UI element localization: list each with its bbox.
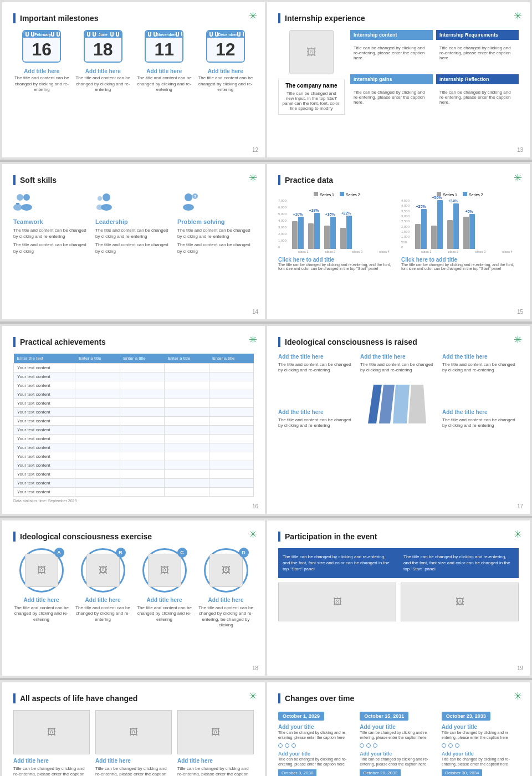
timeline-col-1: October 1, 2029 Add your title Title can… xyxy=(278,710,355,776)
aspect-item-2[interactable]: 🖼 Add title here Title can be changed by… xyxy=(95,710,172,776)
company-info[interactable]: The company name Title can be changed an… xyxy=(278,79,345,115)
timeline-col-2: October 15, 2031 Add your title Title ca… xyxy=(360,710,437,776)
exercise-image-d: 🖼 xyxy=(209,554,243,587)
svg-point-3 xyxy=(21,204,32,211)
chart-legend-1: Series 1 Series 2 xyxy=(278,192,396,197)
skill-problem-solving[interactable]: ? Problem solving The title and content … xyxy=(177,192,254,254)
bar-group-8: +5% xyxy=(463,210,475,249)
practice-data-slide: Practice data ✳ Series 1 Series 2 7,000 … xyxy=(267,164,530,319)
ideo-item-3[interactable]: Add the title here The title and content… xyxy=(442,354,519,374)
exercise-image-c: 🖼 xyxy=(148,554,181,587)
ideo-item-2[interactable]: Add the title here The title and content… xyxy=(360,354,437,374)
snowflake-icon: ✳ xyxy=(514,690,522,702)
snowflake-icon: ✳ xyxy=(514,334,522,346)
ideo-exercise-title: Ideological consciousness exercise xyxy=(13,532,254,542)
internship-section-gains[interactable]: Internship gains Title can be changed by… xyxy=(350,74,433,115)
aspect-item-1[interactable]: 🖼 Add title here Title can be changed by… xyxy=(13,710,90,776)
snowflake-icon: ✳ xyxy=(514,528,522,540)
table-row: Your text content xyxy=(14,372,254,381)
soft-skills-slide: Soft skills ✳ Teamwork The title and con… xyxy=(2,164,265,319)
col-header-3[interactable]: Enter a title xyxy=(120,354,164,364)
bar-group-6: +50% xyxy=(431,196,443,249)
svg-text:?: ? xyxy=(194,195,196,198)
svg-point-10 xyxy=(183,204,194,211)
chart-click-title-1[interactable]: Click here to add title xyxy=(278,257,396,263)
internship-sections: Internship content Title can be changed … xyxy=(350,30,519,115)
charts-container: Series 1 Series 2 7,000 6,000 5,000 4,00… xyxy=(278,192,519,270)
circle-a: A 🖼 xyxy=(19,548,64,593)
ideo-arrow-chart xyxy=(360,379,437,429)
exercise-image-a: 🖼 xyxy=(25,554,58,587)
svg-point-2 xyxy=(13,204,22,211)
timeline-subdate-2[interactable]: October 20, 2032 xyxy=(360,769,401,776)
chart-legend-2: Series 1 Series 2 xyxy=(401,192,519,197)
milestone-item[interactable]: November 11 Add title here The title and… xyxy=(136,30,193,93)
timeline-dots-3 xyxy=(442,743,519,748)
timeline-dots-2 xyxy=(360,743,437,748)
svg-marker-14 xyxy=(379,385,395,423)
internship-section-content[interactable]: Internship content Title can be changed … xyxy=(350,30,433,71)
skill-leadership[interactable]: Leadership The title and content can be … xyxy=(95,192,172,254)
timeline-subdate-1[interactable]: October 8, 2030 xyxy=(278,769,316,776)
svg-point-5 xyxy=(103,193,110,201)
participation-images: 🖼 🖼 xyxy=(278,583,519,621)
bar-group-5: +25% xyxy=(415,205,427,249)
table-row: Your text content xyxy=(14,461,254,470)
timeline-date-1[interactable]: October 1, 2029 xyxy=(278,712,324,721)
exercise-item-d: D 🖼 Add title here The title and content… xyxy=(198,548,254,629)
milestones-slide: Important milestones ✳ February 16 Add t… xyxy=(2,2,265,157)
col-header-2[interactable]: Enter a title xyxy=(75,354,120,364)
milestone-item[interactable]: February 16 Add title here The title and… xyxy=(13,30,70,93)
ideo-item-1[interactable]: Add the title here The title and content… xyxy=(278,354,355,374)
ideo-item-5[interactable]: Add the title here The title and content… xyxy=(442,409,519,429)
bar-group-2: +18% xyxy=(308,208,320,249)
table-row: Your text content xyxy=(14,399,254,408)
timeline-date-3[interactable]: October 23, 2033 xyxy=(442,712,490,721)
svg-point-7 xyxy=(98,196,102,201)
chart-click-title-2[interactable]: Click here to add title xyxy=(401,257,519,263)
chart-1: Series 1 Series 2 7,000 6,000 5,000 4,00… xyxy=(278,192,396,270)
timeline-date-2[interactable]: October 15, 2031 xyxy=(360,712,408,721)
table-row: Your text content xyxy=(14,443,254,452)
soft-skills-title: Soft skills xyxy=(13,175,254,185)
exercise-item-c: C 🖼 Add title here The title and content… xyxy=(136,548,192,629)
achievements-table: Enter the text Enter a title Enter a tit… xyxy=(13,354,254,497)
skill-teamwork[interactable]: Teamwork The title and content can be ch… xyxy=(13,192,90,254)
timeline-subdate-3[interactable]: October 30, 2034 xyxy=(442,769,483,776)
milestone-item[interactable]: June 18 Add title here The title and con… xyxy=(75,30,132,93)
table-row: Your text content xyxy=(14,364,254,372)
exercise-image-b: 🖼 xyxy=(86,554,120,587)
achievements-table-container: Enter the text Enter a title Enter a tit… xyxy=(13,354,254,503)
company-image: 🖼 xyxy=(289,30,334,74)
milestone-item[interactable]: December 12 Add title here The title and… xyxy=(197,30,254,93)
svg-marker-15 xyxy=(393,385,410,423)
skills-grid: Teamwork The title and content can be ch… xyxy=(13,192,254,254)
milestones-title: Important milestones xyxy=(13,13,254,23)
internship-section-requirements[interactable]: Internship Requirements Title can be cha… xyxy=(436,30,519,71)
col-header-4[interactable]: Enter a title xyxy=(165,354,209,364)
circle-b: B 🖼 xyxy=(81,548,125,593)
col-header-main[interactable]: Enter the text xyxy=(14,354,75,364)
participation-slide: Participation in the event ✳ The title c… xyxy=(267,520,530,676)
participation-image-2: 🖼 xyxy=(401,583,519,621)
svg-marker-16 xyxy=(408,385,426,423)
chart-2: Series 1 Series 2 4,500 4,000 3,500 3,00… xyxy=(401,192,519,270)
circle-d: D 🖼 xyxy=(204,548,248,593)
aspect-item-3[interactable]: 🖼 Add title here Title can be changed by… xyxy=(177,710,254,776)
table-row: Your text content xyxy=(14,417,254,426)
internship-section-reflection[interactable]: Internship Reflection Title can be chang… xyxy=(436,74,519,115)
participation-text-2[interactable]: The title can be changed by clicking and… xyxy=(399,548,519,578)
table-row: Your text content xyxy=(14,435,254,443)
aspects-grid: 🖼 Add title here Title can be changed by… xyxy=(13,710,254,776)
timeline-col-3: October 23, 2033 Add your title Title ca… xyxy=(442,710,519,776)
table-row: Your text content xyxy=(14,390,254,399)
ideo-item-4[interactable]: Add the title here The title and content… xyxy=(278,409,355,429)
internship-title: Internship experience xyxy=(278,13,519,23)
aspect-image-2: 🖼 xyxy=(95,710,172,754)
col-header-5[interactable]: Enter a title xyxy=(209,354,253,364)
table-row: Your text content xyxy=(14,426,254,435)
table-row: Your text content xyxy=(14,381,254,390)
participation-text-1[interactable]: The title can be changed by clicking and… xyxy=(278,548,398,578)
achievements-title: Practical achievements xyxy=(13,337,254,347)
snowflake-icon: ✳ xyxy=(249,528,257,540)
